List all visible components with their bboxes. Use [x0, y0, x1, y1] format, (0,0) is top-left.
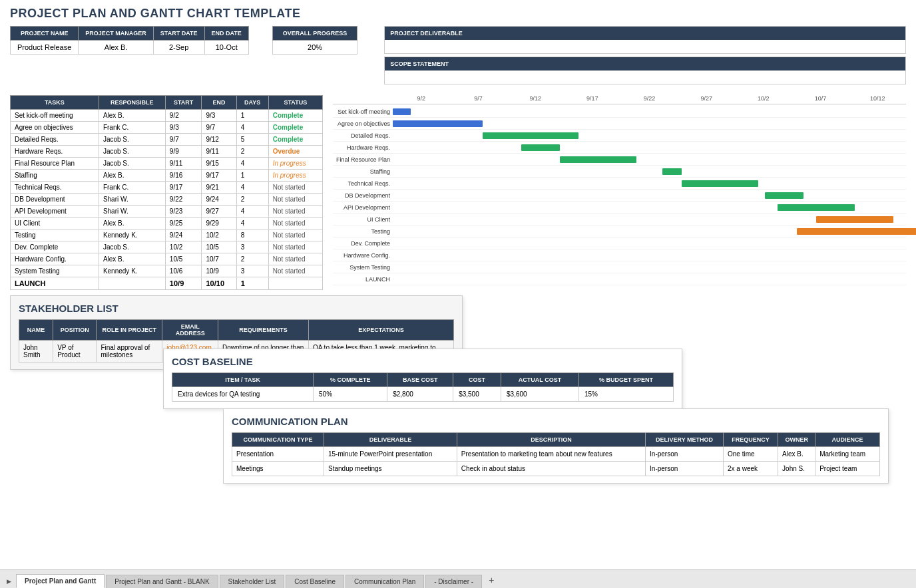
gantt-bar-area: [393, 215, 906, 224]
gantt-row: UI Client: [333, 214, 906, 225]
task-cell: Shari W.: [99, 206, 165, 218]
col-project-name: PROJECT NAME: [11, 27, 79, 41]
task-cell: 9/15: [202, 158, 236, 170]
tab-item[interactable]: Communication Plan: [345, 575, 424, 588]
task-cell: 10/5: [202, 241, 236, 253]
gantt-date-label: 10/7: [792, 95, 849, 102]
task-cell: 9/24: [202, 194, 236, 206]
gantt-bar: [560, 156, 637, 163]
cost-col: COST: [453, 373, 501, 387]
task-cell: Staffing: [11, 170, 99, 182]
cost-baseline-card: COST BASELINE ITEM / TASK% COMPLETEBASE …: [163, 349, 682, 409]
task-cell: Testing: [11, 229, 99, 241]
task-cell: 10/6: [165, 265, 202, 277]
task-cell: 2: [236, 194, 268, 206]
gantt-bar-area: [393, 167, 906, 176]
gantt-bar-area: [393, 107, 906, 116]
gantt-row: Technical Reqs.: [333, 178, 906, 190]
cost-col: % COMPLETE: [314, 373, 387, 387]
task-cell: Jacob S.: [99, 146, 165, 158]
task-cell: Detailed Reqs.: [11, 134, 99, 146]
gantt-date-label: 9/12: [507, 95, 564, 102]
task-cell: Complete: [268, 122, 322, 134]
task-cell: 9/29: [202, 218, 236, 229]
tasks-col-days: DAYS: [236, 96, 268, 110]
deliverable-section: PROJECT DELIVERABLE: [384, 26, 906, 54]
tab-item[interactable]: Project Plan and Gantt - BLANK: [106, 575, 218, 588]
task-cell: In progress: [268, 170, 322, 182]
gantt-row: Testing: [333, 225, 906, 237]
task-cell: Overdue: [268, 146, 322, 158]
scope-header: SCOPE STATEMENT: [385, 57, 905, 71]
gantt-bar-area: [393, 227, 906, 236]
progress-value: 20%: [272, 41, 357, 55]
comm-table: COMMUNICATION TYPEDELIVERABLEDESCRIPTION…: [232, 432, 880, 476]
task-cell: Shari W.: [99, 194, 165, 206]
cost-cell: $2,800: [387, 387, 453, 402]
task-cell: 9/7: [202, 122, 236, 134]
task-cell: 9/3: [165, 122, 202, 134]
task-cell: Not started: [268, 218, 322, 229]
comm-col: AUDIENCE: [815, 433, 880, 447]
tasks-col-end: END: [202, 96, 236, 110]
gantt-section: 9/29/79/129/179/229/2710/210/710/12 Set …: [333, 95, 906, 290]
progress-header: OVERALL PROGRESS: [272, 27, 357, 41]
comm-col: DELIVERABLE: [324, 433, 457, 447]
task-cell: LAUNCH: [11, 277, 99, 290]
gantt-row: Dev. Complete: [333, 237, 906, 249]
gantt-row-label: Staffing: [333, 168, 393, 175]
task-cell: 9/12: [202, 134, 236, 146]
task-cell: 10/10: [202, 277, 236, 290]
tab-item[interactable]: - Disclaimer -: [425, 575, 482, 588]
gantt-bar: [393, 120, 483, 127]
tab-bar: ▶ Project Plan and GanttProject Plan and…: [0, 569, 916, 588]
tasks-table: TASKS RESPONSIBLE START END DAYS STATUS …: [10, 95, 323, 290]
comm-cell: 15-minute PowerPoint presentation: [324, 447, 457, 462]
gantt-bar-area: [393, 131, 906, 140]
communication-plan-card: COMMUNICATION PLAN COMMUNICATION TYPEDEL…: [223, 408, 889, 484]
cost-cell: 15%: [578, 387, 673, 402]
gantt-row-label: System Testing: [333, 264, 393, 271]
tab-item[interactable]: Project Plan and Gantt: [16, 574, 105, 588]
gantt-row-label: Agree on objectives: [333, 120, 393, 127]
gantt-row-label: LAUNCH: [333, 276, 393, 283]
task-cell: 9/17: [165, 182, 202, 194]
task-cell: 1: [236, 277, 268, 290]
tab-item[interactable]: Stakeholder List: [220, 575, 285, 588]
task-cell: API Development: [11, 206, 99, 218]
tasks-section: TASKS RESPONSIBLE START END DAYS STATUS …: [10, 95, 323, 290]
gantt-row-label: UI Client: [333, 216, 393, 223]
task-cell: 4: [236, 158, 268, 170]
task-cell: 9/17: [202, 170, 236, 182]
cost-col: ITEM / TASK: [172, 373, 314, 387]
stakeholder-title: STAKEHOLDER LIST: [19, 303, 454, 314]
gantt-row: Set kick-off meeting: [333, 106, 906, 118]
gantt-bar: [682, 180, 759, 187]
task-cell: Jacob S.: [99, 134, 165, 146]
tab-item[interactable]: Cost Baseline: [286, 575, 344, 588]
progress-table: OVERALL PROGRESS 20%: [272, 26, 357, 55]
comm-cell: Project team: [815, 462, 880, 476]
task-cell: Agree on objectives: [11, 122, 99, 134]
tab-left-arrow[interactable]: ▶: [3, 575, 14, 588]
gantt-bar: [662, 168, 682, 175]
task-cell: Alex B.: [99, 218, 165, 229]
stakeholder-col: EXPECTATIONS: [308, 320, 453, 341]
comm-col: DELIVERY METHOD: [646, 433, 724, 447]
tab-add-button[interactable]: +: [483, 572, 499, 588]
gantt-date-label: 9/17: [564, 95, 621, 102]
stakeholder-col: REQUIREMENTS: [218, 320, 309, 341]
gantt-date-label: 9/2: [393, 95, 450, 102]
comm-cell: Marketing team: [815, 447, 880, 462]
comm-col: OWNER: [778, 433, 815, 447]
task-cell: 9/11: [202, 146, 236, 158]
task-cell: 10/7: [202, 253, 236, 265]
col-end-date: END DATE: [204, 27, 248, 41]
gantt-bar: [483, 132, 579, 139]
cost-baseline-title: COST BASELINE: [172, 356, 674, 367]
gantt-row-label: Testing: [333, 228, 393, 235]
col-project-manager: PROJECT MANAGER: [79, 27, 154, 41]
gantt-date-label: 10/12: [849, 95, 906, 102]
comm-cell: 2x a week: [724, 462, 778, 476]
comm-cell: John S.: [778, 462, 815, 476]
